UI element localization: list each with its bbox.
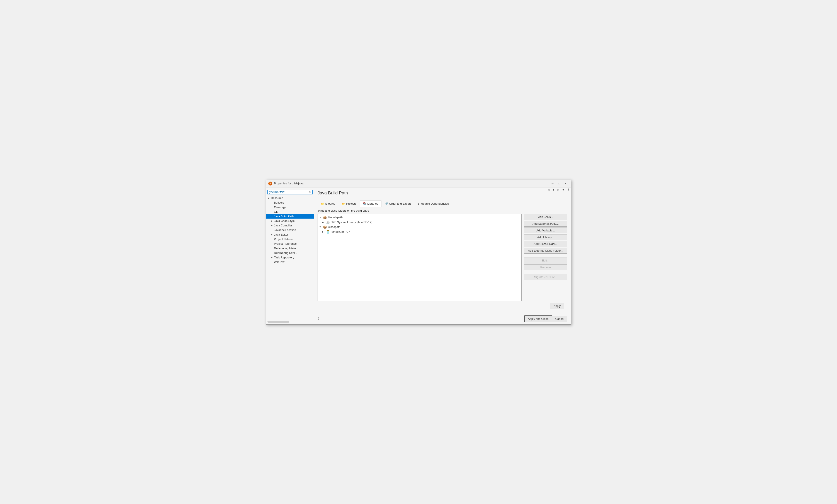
tab-libraries-label: Libraries [367,202,378,205]
apply-button[interactable]: Apply [550,303,564,309]
sidebar-item-wikitext[interactable]: WikiText [266,260,314,264]
libraries-tab-icon: 📚 [363,202,366,205]
remove-button[interactable]: Remove [524,264,567,270]
sidebar-label-java-compiler: Java Compiler [274,224,292,227]
sidebar-item-task-repository[interactable]: ▶ Task Repository [266,255,314,260]
tab-source-label: S [325,202,327,205]
add-class-folder-button[interactable]: Add Class Folder... [524,241,567,247]
sidebar-label-git: Git [274,210,278,213]
tree-node-classpath[interactable]: ▼ 📦 Classpath [318,225,521,229]
sidebar-item-project-natures[interactable]: Project Natures [266,237,314,241]
help-button[interactable]: ? [318,317,320,321]
expand-jre: ▶ [322,221,325,223]
sidebar: ✕ ▶ Resource Builders Coverage [266,187,314,324]
right-panel-wrapper: Java Build Path ◀ ▼ ▶ ▼ ⋮ 📁 Source [314,187,571,324]
panel-title: Java Build Path [318,190,348,195]
source-tab-icon: 📁 [321,202,324,205]
migrate-jar-file-button[interactable]: Migrate JAR File... [524,274,567,280]
add-jars-button[interactable]: Add JARs... [524,214,567,220]
expand-arrow-resource: ▶ [268,197,271,199]
tab-source[interactable]: 📁 Source [318,201,339,207]
tree-node-modulepath[interactable]: ▼ 📦 Modulepath [318,215,521,220]
lombok-label: lombok.jar - C:\ [331,230,350,234]
sidebar-item-java-editor[interactable]: ▶ Java Editor [266,232,314,237]
expand-classpath: ▼ [319,226,322,228]
right-panel: Java Build Path ◀ ▼ ▶ ▼ ⋮ 📁 Source [314,187,571,313]
tab-module-dependencies-label: Module Dependencies [421,202,449,205]
sidebar-items-list: ▶ Resource Builders Coverage Git [266,196,314,320]
sidebar-label-project-reference: Project Reference [274,242,297,245]
apply-row: Apply [318,301,567,311]
sidebar-item-coverage[interactable]: Coverage [266,205,314,209]
expand-arrow-java-code-style: ▶ [271,220,274,222]
sidebar-item-java-code-style[interactable]: ▶ Java Code Style [266,219,314,223]
expand-arrow-task-repository: ▶ [271,256,274,259]
add-variable-button[interactable]: Add Variable... [524,227,567,234]
sidebar-label-java-code-style: Java Code Style [274,219,295,223]
sidebar-label-java-editor: Java Editor [274,233,288,236]
nav-dropdown2-button[interactable]: ▼ [561,187,566,192]
bottom-bar: ? Apply and Close Cancel [314,313,571,324]
tabs-row: 📁 Source 📂 Projects 📚 Libraries 🔗 Order … [318,200,567,207]
libraries-description: JARs and class folders on the build path… [318,209,567,212]
tab-source-label-rest: ource [328,202,336,205]
sidebar-label-builders: Builders [274,201,284,204]
tree-node-jre-system-library[interactable]: ▶ ☕ JRE System Library [JavaSE-17] [318,220,521,225]
filter-clear-button[interactable]: ✕ [308,190,311,193]
titlebar: e Properties for thisisjava ─ □ ✕ [266,180,571,187]
sidebar-item-resource[interactable]: ▶ Resource [266,196,314,200]
nav-forward-button[interactable]: ▶ [556,187,560,192]
order-export-tab-icon: 🔗 [385,202,388,205]
libraries-main: ▼ 📦 Modulepath ▶ ☕ JRE System Library [J… [318,214,567,301]
apply-and-close-button[interactable]: Apply and Close [524,315,552,322]
minimize-button[interactable]: ─ [550,181,556,186]
tab-module-dependencies[interactable]: ⊕ Module Dependencies [414,201,452,207]
modulepath-icon: 📦 [323,216,327,219]
filter-input[interactable] [269,190,308,193]
nav-back-button[interactable]: ◀ [547,187,551,192]
maximize-button[interactable]: □ [556,181,562,186]
sidebar-item-builders[interactable]: Builders [266,200,314,205]
nav-menu-button[interactable]: ⋮ [566,187,571,192]
tab-order-export[interactable]: 🔗 Order and Export [381,201,414,207]
tree-panel[interactable]: ▼ 📦 Modulepath ▶ ☕ JRE System Library [J… [318,214,522,301]
sidebar-item-javadoc-location[interactable]: Javadoc Location [266,228,314,232]
cancel-button[interactable]: Cancel [552,316,567,322]
sidebar-label-resource: Resource [271,197,283,200]
classpath-icon: 📦 [323,225,327,229]
sidebar-label-run-debug-settings: Run/Debug Setti... [274,251,297,255]
filter-row[interactable]: ✕ [267,190,313,194]
window-title: Properties for thisisjava [274,182,548,185]
tab-order-export-label: Order and Export [389,202,411,205]
sidebar-item-git[interactable]: Git [266,209,314,214]
sidebar-item-java-compiler[interactable]: ▶ Java Compiler [266,223,314,228]
lombok-icon: 🫙 [326,230,330,234]
sidebar-scrollbar-row [266,320,314,323]
tree-node-lombok[interactable]: ▶ 🫙 lombok.jar - C:\ [318,229,521,234]
sidebar-item-run-debug-settings[interactable]: Run/Debug Setti... [266,250,314,255]
app-icon: e [268,182,272,186]
tab-projects[interactable]: 📂 Projects [339,201,360,207]
sidebar-item-java-build-path[interactable]: Java Build Path [266,214,314,219]
main-content: ✕ ▶ Resource Builders Coverage [266,187,571,324]
expand-lombok: ▶ [322,230,325,233]
add-library-button[interactable]: Add Library... [524,234,567,240]
add-external-jars-button[interactable]: Add External JARs... [524,221,567,227]
tab-libraries[interactable]: 📚 Libraries [360,201,381,207]
jre-icon: ☕ [326,221,330,224]
sidebar-item-refactoring-history[interactable]: Refactoring Histo... [266,246,314,250]
sidebar-label-project-natures: Project Natures [274,238,293,241]
sidebar-item-project-reference[interactable]: Project Reference [266,241,314,246]
jre-label: JRE System Library [JavaSE-17] [331,221,372,224]
button-spacer-2 [524,271,567,273]
close-button[interactable]: ✕ [563,181,569,186]
sidebar-label-coverage: Coverage [274,206,286,209]
classpath-label: Classpath [328,225,340,229]
sidebar-label-task-repository: Task Repository [274,256,294,259]
button-spacer-1 [524,255,567,257]
sidebar-scrollbar[interactable] [267,321,289,323]
add-external-class-folder-button[interactable]: Add External Class Folder... [524,248,567,254]
nav-dropdown1-button[interactable]: ▼ [551,187,556,192]
edit-button[interactable]: Edit... [524,258,567,263]
nav-arrows: ◀ ▼ ▶ ▼ ⋮ [547,187,571,192]
